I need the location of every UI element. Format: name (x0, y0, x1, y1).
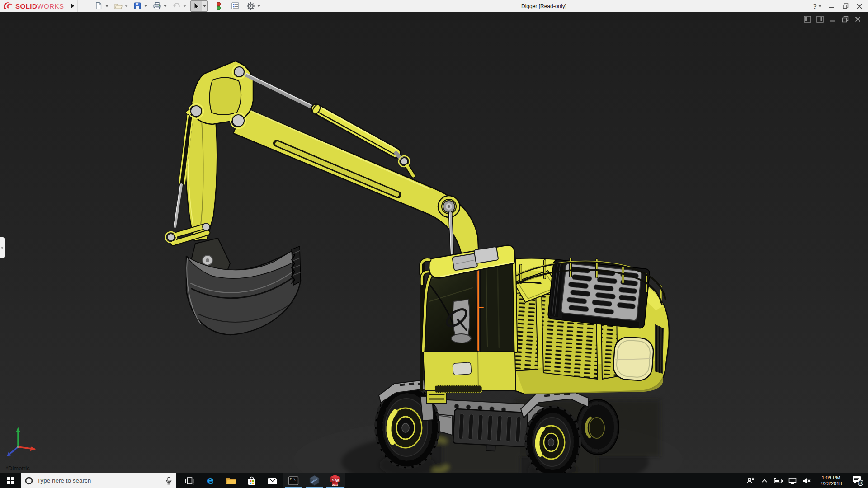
panel-tab-grip (1, 247, 3, 249)
windows-logo-icon (7, 477, 14, 484)
show-hidden-icons-button[interactable] (759, 473, 770, 488)
svg-text:C:\_: C:\_ (290, 478, 298, 481)
print-icon (153, 2, 161, 10)
taskbar-search[interactable] (21, 473, 176, 488)
help-dropdown-icon (818, 5, 821, 7)
minimize-icon (829, 4, 834, 9)
taskbar-clock[interactable]: 1:09 PM 7/23/2018 (815, 475, 847, 487)
toolbar-flyout-arrow[interactable] (68, 0, 78, 12)
document-properties-icon (231, 2, 240, 10)
microphone-icon[interactable] (165, 477, 172, 485)
close-document-button[interactable] (854, 15, 862, 23)
edge-icon: e (207, 475, 214, 486)
taskbar-app-task-view[interactable] (179, 473, 200, 488)
close-button[interactable] (855, 1, 863, 11)
windows-taskbar: e (0, 473, 868, 488)
action-center-button[interactable]: 3 (850, 473, 865, 488)
taskbar-app-solidworks[interactable]: S W 2017 (325, 473, 345, 488)
save-icon (133, 2, 142, 10)
clock-time: 1:09 PM (816, 475, 846, 481)
close-icon (857, 4, 862, 9)
view-orientation-label: *Dimetric (6, 465, 30, 472)
restore-document-button[interactable] (841, 15, 849, 23)
rear-window (613, 336, 654, 381)
print-button[interactable] (151, 1, 163, 11)
wheel-far (576, 399, 619, 455)
new-document-dropdown[interactable] (105, 5, 108, 7)
solidworks-2017-icon: S W 2017 (329, 474, 341, 487)
titlebar: SOLIDWORKS (0, 0, 868, 12)
3d-model-canvas[interactable] (0, 12, 868, 473)
start-button[interactable] (0, 473, 21, 488)
network-button[interactable] (787, 473, 798, 488)
new-document-icon (94, 2, 103, 10)
wheel-rear[interactable] (526, 407, 580, 473)
notification-badge: 3 (859, 480, 862, 485)
mail-icon (267, 476, 278, 485)
undo-icon (172, 2, 181, 10)
chevron-up-icon (761, 477, 768, 484)
show-right-pane-button[interactable] (816, 15, 824, 23)
edrawings-icon (309, 475, 320, 486)
solidworks-logo-icon (3, 1, 14, 10)
window-controls: ? (813, 0, 863, 12)
save-dropdown[interactable] (144, 5, 147, 7)
rebuild-button[interactable] (213, 1, 225, 11)
minimize-document-button[interactable] (829, 15, 836, 23)
restore-icon (843, 3, 849, 9)
battery-icon (774, 477, 783, 484)
rebuild-stoplight-icon (215, 2, 222, 10)
clock-date: 7/23/2018 (816, 481, 846, 487)
battery-button[interactable] (773, 473, 784, 488)
options-button[interactable] (245, 1, 256, 11)
cortana-icon (25, 477, 33, 485)
people-icon (746, 476, 755, 485)
collapsed-panel-tab[interactable] (0, 237, 5, 258)
options-dropdown[interactable] (257, 5, 260, 7)
system-tray: 1:09 PM 7/23/2018 3 (745, 473, 868, 488)
select-tool-button[interactable] (191, 1, 202, 11)
restore-button[interactable] (841, 1, 849, 11)
graphics-viewport[interactable]: *Dimetric (0, 12, 868, 473)
network-icon (788, 477, 797, 485)
taskbar-app-store[interactable] (241, 473, 262, 488)
left-pane-icon (804, 16, 811, 23)
help-button[interactable]: ? (813, 1, 821, 11)
gear-icon (246, 2, 255, 10)
right-pane-icon (816, 16, 824, 23)
restore-document-icon (842, 16, 849, 23)
solidworks-logo: SOLIDWORKS (0, 0, 64, 12)
select-cursor-icon (192, 2, 200, 10)
flyout-arrow-icon (71, 3, 75, 9)
undo-dropdown[interactable] (183, 5, 186, 7)
taskbar-app-file-explorer[interactable] (221, 473, 241, 488)
open-folder-icon (114, 2, 123, 10)
people-button[interactable] (745, 473, 756, 488)
cab[interactable] (420, 245, 516, 404)
print-dropdown[interactable] (164, 5, 167, 7)
svg-text:S: S (332, 478, 335, 482)
document-title: Digger [Read-only] (521, 0, 566, 12)
svg-text:2017: 2017 (332, 483, 339, 486)
open-button[interactable] (113, 1, 124, 11)
volume-button[interactable] (801, 473, 812, 488)
action-center-icon: 3 (851, 475, 864, 487)
command-prompt-icon: C:\_ (288, 476, 299, 486)
document-properties-button[interactable] (230, 1, 241, 11)
new-document-button[interactable] (93, 1, 104, 11)
open-dropdown[interactable] (125, 5, 128, 7)
taskbar-apps: e (179, 473, 345, 488)
minimize-document-icon (830, 16, 836, 23)
save-button[interactable] (132, 1, 143, 11)
taskbar-app-mail[interactable] (262, 473, 283, 488)
taskbar-app-command-prompt[interactable]: C:\_ (283, 473, 304, 488)
select-tool-dropdown[interactable] (203, 5, 206, 7)
show-left-pane-button[interactable] (803, 15, 811, 23)
search-input[interactable] (37, 477, 161, 484)
document-window-controls (803, 15, 862, 23)
file-explorer-icon (226, 476, 236, 486)
minimize-button[interactable] (827, 1, 835, 11)
taskbar-app-edrawings[interactable] (304, 473, 325, 488)
taskbar-app-edge[interactable]: e (200, 473, 221, 488)
undo-button[interactable] (171, 1, 182, 11)
